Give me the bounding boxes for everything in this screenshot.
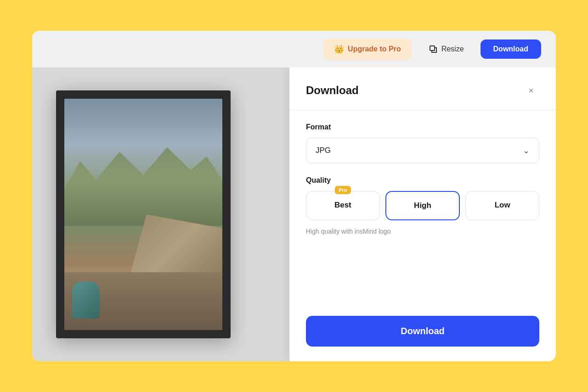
close-icon: × bbox=[528, 85, 534, 96]
quality-hint: High quality with insMind logo bbox=[306, 228, 539, 235]
quality-option-best[interactable]: Pro Best bbox=[306, 191, 380, 220]
resize-icon bbox=[429, 45, 438, 54]
close-button[interactable]: × bbox=[523, 82, 539, 99]
toolbar: 👑 Upgrade to Pro Resize Download bbox=[32, 31, 556, 67]
crown-icon: 👑 bbox=[334, 44, 344, 54]
pro-badge: Pro bbox=[335, 186, 351, 194]
quality-options: Pro Best High Low bbox=[306, 191, 539, 220]
format-dropdown[interactable]: JPG ⌄ bbox=[306, 138, 539, 163]
quality-best-label: Best bbox=[334, 201, 351, 209]
statue-accent bbox=[72, 282, 100, 319]
quality-section: Quality Pro Best High Low High quality w… bbox=[306, 176, 539, 250]
photo-inner bbox=[64, 99, 222, 330]
quality-high-label: High bbox=[414, 201, 431, 210]
download-main-button[interactable]: Download bbox=[306, 316, 539, 347]
panel-header: Download × bbox=[306, 82, 539, 99]
download-panel: Download × Format JPG ⌄ Quality Pr bbox=[289, 67, 556, 361]
resize-button[interactable]: Resize bbox=[419, 39, 473, 59]
panel-title: Download bbox=[306, 84, 359, 97]
resize-label: Resize bbox=[441, 45, 464, 53]
image-panel bbox=[32, 67, 289, 361]
photo-frame bbox=[56, 90, 231, 338]
svg-rect-0 bbox=[430, 46, 435, 50]
upgrade-to-pro-button[interactable]: 👑 Upgrade to Pro bbox=[323, 39, 412, 60]
upgrade-label: Upgrade to Pro bbox=[348, 45, 401, 53]
quality-option-high[interactable]: High bbox=[385, 191, 460, 220]
toolbar-download-button[interactable]: Download bbox=[481, 39, 541, 59]
quality-option-low[interactable]: Low bbox=[465, 191, 539, 220]
quality-label: Quality bbox=[306, 176, 539, 185]
quality-low-label: Low bbox=[495, 201, 510, 209]
landscape-mountains bbox=[64, 134, 222, 226]
format-selected-value: JPG bbox=[316, 146, 331, 155]
format-label: Format bbox=[306, 123, 539, 131]
main-container: 👑 Upgrade to Pro Resize Download bbox=[32, 31, 556, 361]
chevron-down-icon: ⌄ bbox=[523, 146, 530, 156]
divider bbox=[289, 110, 556, 110]
content-area: Download × Format JPG ⌄ Quality Pr bbox=[32, 67, 556, 361]
format-section: Format JPG ⌄ bbox=[306, 123, 539, 176]
landscape-bg bbox=[64, 99, 222, 330]
